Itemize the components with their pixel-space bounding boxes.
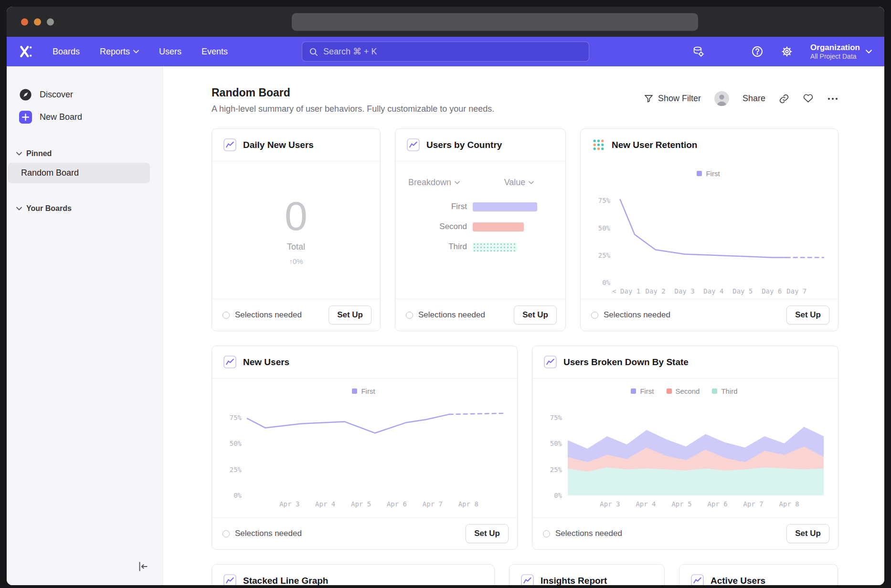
- selections-needed-status: Selections needed: [223, 529, 302, 538]
- traffic-light-2[interactable]: [47, 18, 54, 25]
- set-up-button[interactable]: Set Up: [466, 524, 509, 543]
- y-tick-label: 25%: [598, 252, 610, 259]
- primary-nav: BoardsReportsUsersEvents: [53, 47, 228, 57]
- y-tick-label: 50%: [230, 440, 242, 447]
- legend-swatch-icon: [712, 388, 717, 394]
- sidebar-collapse-button[interactable]: [137, 560, 149, 573]
- share-button[interactable]: Share: [742, 94, 765, 104]
- nav-item-reports[interactable]: Reports: [100, 47, 139, 57]
- line-chart-icon: [544, 356, 557, 368]
- set-up-button[interactable]: Set Up: [514, 305, 557, 325]
- set-up-button[interactable]: Set Up: [786, 305, 829, 325]
- org-subtitle: All Project Data: [810, 52, 860, 61]
- y-axis: 75%50%25%0%: [224, 402, 247, 495]
- top-navbar: BoardsReportsUsersEvents Search ⌘ + K: [7, 37, 884, 66]
- status-circle-icon: [543, 530, 550, 537]
- x-tick-label: Day 7: [786, 287, 806, 295]
- copy-link-icon[interactable]: [779, 94, 789, 104]
- value-dropdown[interactable]: Value: [473, 178, 565, 188]
- y-tick-label: 50%: [550, 440, 562, 447]
- chevron-down-icon: [866, 50, 872, 53]
- x-tick-label: Day 5: [732, 287, 753, 295]
- legend-swatch-icon: [667, 388, 672, 394]
- traffic-light-1[interactable]: [34, 18, 41, 25]
- nav-item-events[interactable]: Events: [202, 47, 228, 57]
- legend-item-second: Second: [667, 387, 700, 395]
- legend-swatch-icon: [631, 388, 636, 394]
- card-users-by-country: Users by Country Breakdown: [395, 128, 566, 331]
- card-title: Active Users: [711, 576, 765, 586]
- breakdown-dropdown[interactable]: Breakdown: [395, 178, 473, 188]
- plus-icon: [19, 111, 32, 124]
- status-circle-icon: [223, 530, 230, 537]
- x-tick-label: Apr 5: [351, 500, 371, 508]
- breakdown-label: Breakdown: [408, 178, 451, 188]
- legend-label: Third: [721, 387, 737, 395]
- status-label: Selections needed: [418, 310, 485, 320]
- nav-item-label: Boards: [53, 47, 80, 57]
- retention-plot-area: 75%50%25%0%: [593, 184, 824, 283]
- traffic-light-0[interactable]: [21, 18, 28, 25]
- country-row-bar: [473, 202, 537, 211]
- legend-item-first: First: [631, 387, 654, 395]
- nav-item-boards[interactable]: Boards: [53, 47, 80, 57]
- x-tick-label: Apr 3: [600, 500, 620, 508]
- titlebar: [7, 7, 884, 37]
- sidebar-section-your-boards[interactable]: Your Boards: [7, 200, 162, 217]
- sidebar-item-random-board[interactable]: Random Board: [8, 163, 150, 183]
- line-chart-icon: [521, 574, 534, 585]
- page-subtitle: A high-level summary of user behaviors. …: [212, 104, 494, 114]
- x-tick-label: < Day 1: [612, 287, 640, 295]
- org-switcher[interactable]: Organization All Project Data: [810, 42, 872, 61]
- country-row: Third: [395, 242, 565, 252]
- compass-icon: [19, 88, 32, 101]
- sidebar: Discover New Board Pinned Random Board: [7, 66, 163, 585]
- set-up-button[interactable]: Set Up: [786, 524, 829, 543]
- legend-label: First: [361, 387, 375, 395]
- country-row: First: [395, 202, 565, 211]
- favorite-heart-icon[interactable]: [803, 93, 814, 104]
- org-name: Organization: [810, 42, 860, 52]
- nav-item-users[interactable]: Users: [159, 47, 181, 57]
- chevron-down-icon: [16, 207, 22, 210]
- card-title: New User Retention: [612, 140, 697, 150]
- card-new-user-retention: New User Retention First75%50%25%0%< Day…: [580, 128, 838, 331]
- search-placeholder: Search ⌘ + K: [323, 46, 377, 57]
- chevron-down-icon: [529, 181, 534, 184]
- country-row-label: First: [395, 202, 473, 211]
- nav-item-label: Users: [159, 47, 181, 57]
- mixpanel-logo[interactable]: [19, 44, 33, 59]
- person-icon: [714, 91, 729, 106]
- more-options-icon[interactable]: [827, 93, 838, 105]
- page-title: Random Board: [212, 86, 494, 99]
- selections-needed-status: Selections needed: [406, 310, 485, 320]
- x-tick-label: Apr 8: [458, 500, 478, 508]
- value-label: Value: [504, 178, 526, 188]
- legend-item-third: Third: [712, 387, 737, 395]
- url-bar[interactable]: [292, 13, 698, 31]
- metric-caption: Total: [287, 242, 305, 252]
- legend-label: First: [706, 169, 720, 178]
- show-filter-button[interactable]: Show Filter: [644, 94, 701, 104]
- legend-label: Second: [676, 387, 700, 395]
- search-input[interactable]: Search ⌘ + K: [302, 42, 589, 62]
- navbar-right: Organization All Project Data: [692, 42, 872, 61]
- avatar[interactable]: [714, 91, 729, 106]
- legend-label: First: [640, 387, 654, 395]
- sidebar-item-new-board[interactable]: New Board: [7, 106, 162, 128]
- card-insights-report: Insights Report: [509, 564, 665, 585]
- set-up-button[interactable]: Set Up: [329, 305, 371, 325]
- x-tick-label: Apr 4: [636, 500, 656, 508]
- apps-grid-icon[interactable]: [721, 45, 734, 58]
- sidebar-item-discover[interactable]: Discover: [7, 84, 162, 106]
- metric-value: 0: [285, 195, 308, 236]
- data-management-icon[interactable]: [692, 45, 704, 58]
- plot: [568, 402, 824, 495]
- x-axis: < Day 1Day 2Day 3Day 4Day 5Day 6Day 7: [616, 283, 824, 298]
- settings-gear-icon[interactable]: [781, 45, 793, 58]
- status-label: Selections needed: [604, 310, 670, 320]
- sidebar-section-pinned[interactable]: Pinned: [7, 146, 162, 162]
- help-icon[interactable]: [751, 45, 764, 58]
- pinned-board-list: Random Board: [7, 163, 162, 183]
- section-label: Pinned: [26, 149, 52, 158]
